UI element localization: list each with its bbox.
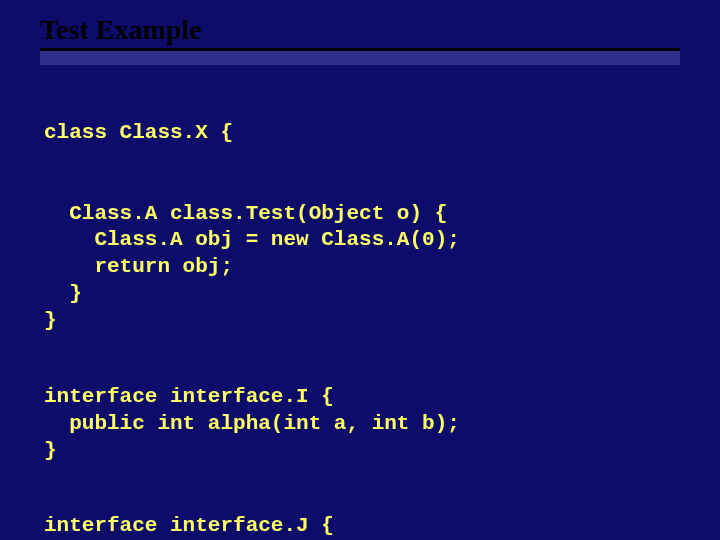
code-line: interface interface.I { (44, 385, 334, 408)
code-line: } (44, 282, 82, 305)
title-underline-bar (40, 51, 680, 65)
code-block-classx: class Class.X { Class.A class.Test(Objec… (40, 93, 680, 335)
code-line: public int alpha(int a, int b); (44, 412, 460, 435)
slide: Test Example class Class.X { Class.A cla… (0, 0, 720, 540)
code-block-interfacej: interface interface.J { public Class.C t… (40, 486, 680, 540)
code-line: } (44, 309, 57, 332)
code-block-interfacei: interface interface.I { public int alpha… (40, 357, 680, 465)
code-line: interface interface.J { (44, 514, 334, 537)
code-line: } (44, 439, 57, 462)
code-line: Class.A class.Test(Object o) { (44, 202, 447, 225)
code-line: return obj; (44, 255, 233, 278)
slide-title: Test Example (40, 14, 680, 51)
code-line: Class.A obj = new Class.A(0); (44, 228, 460, 251)
code-line: class Class.X { (44, 121, 233, 144)
